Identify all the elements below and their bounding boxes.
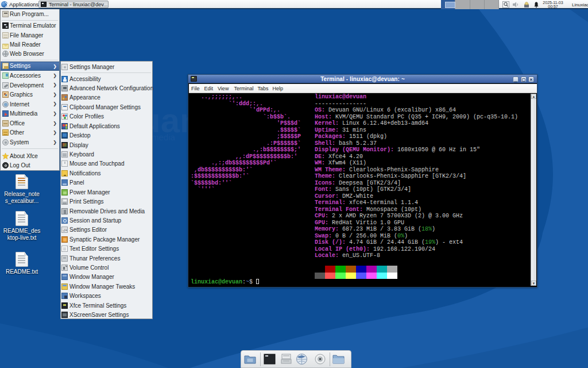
svg-text:media: media <box>152 132 176 142</box>
